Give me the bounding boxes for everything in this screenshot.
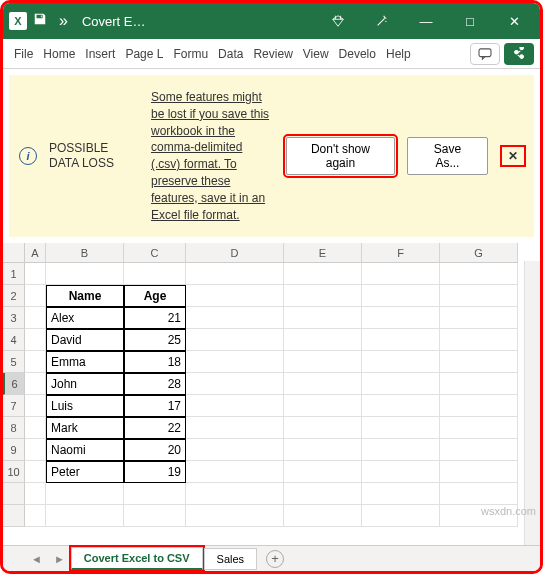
cell[interactable]: 19: [124, 461, 186, 483]
cell[interactable]: [440, 461, 518, 483]
cell[interactable]: [186, 329, 284, 351]
cell[interactable]: [362, 329, 440, 351]
cell[interactable]: 22: [124, 417, 186, 439]
message-bar-close-icon[interactable]: ✕: [502, 147, 524, 165]
cell[interactable]: [362, 285, 440, 307]
cell[interactable]: [284, 417, 362, 439]
cell[interactable]: [284, 263, 362, 285]
cell[interactable]: [362, 417, 440, 439]
cell[interactable]: [362, 439, 440, 461]
cell[interactable]: [25, 417, 46, 439]
cell[interactable]: [284, 307, 362, 329]
col-header[interactable]: D: [186, 243, 284, 263]
select-all-corner[interactable]: [3, 243, 25, 263]
wand-icon[interactable]: [360, 3, 404, 39]
cell[interactable]: [362, 351, 440, 373]
cell[interactable]: [362, 461, 440, 483]
cell[interactable]: [362, 395, 440, 417]
cell[interactable]: [284, 373, 362, 395]
cell[interactable]: Emma: [46, 351, 124, 373]
cell[interactable]: 17: [124, 395, 186, 417]
cell[interactable]: [440, 263, 518, 285]
col-header[interactable]: E: [284, 243, 362, 263]
cell[interactable]: [362, 505, 440, 527]
tab-page-layout[interactable]: Page L: [120, 39, 168, 69]
cell[interactable]: Mark: [46, 417, 124, 439]
row-header[interactable]: 9: [3, 439, 25, 461]
row-header[interactable]: [3, 483, 25, 505]
cell[interactable]: [440, 329, 518, 351]
diamond-icon[interactable]: [316, 3, 360, 39]
cell[interactable]: [440, 483, 518, 505]
share-button[interactable]: [504, 43, 534, 65]
tab-view[interactable]: View: [298, 39, 334, 69]
sheet-nav-next-icon[interactable]: ►: [48, 553, 71, 565]
col-header[interactable]: G: [440, 243, 518, 263]
table-header[interactable]: Age: [124, 285, 186, 307]
vertical-scrollbar[interactable]: [524, 261, 540, 545]
cell[interactable]: [186, 373, 284, 395]
cell[interactable]: [25, 461, 46, 483]
tab-file[interactable]: File: [9, 39, 38, 69]
tab-data[interactable]: Data: [213, 39, 248, 69]
cell[interactable]: John: [46, 373, 124, 395]
cell[interactable]: [284, 461, 362, 483]
cell[interactable]: [284, 329, 362, 351]
cell[interactable]: [25, 439, 46, 461]
close-window-button[interactable]: ✕: [492, 3, 536, 39]
cell[interactable]: [186, 417, 284, 439]
cell[interactable]: Luis: [46, 395, 124, 417]
cell[interactable]: [186, 461, 284, 483]
cell[interactable]: [25, 483, 46, 505]
row-header[interactable]: 1: [3, 263, 25, 285]
row-header[interactable]: 10: [3, 461, 25, 483]
minimize-button[interactable]: —: [404, 3, 448, 39]
table-header[interactable]: Name: [46, 285, 124, 307]
cell[interactable]: 18: [124, 351, 186, 373]
row-header[interactable]: [3, 505, 25, 527]
cell[interactable]: [186, 439, 284, 461]
tab-developer[interactable]: Develo: [334, 39, 381, 69]
dont-show-again-button[interactable]: Don't show again: [286, 137, 395, 175]
col-header[interactable]: F: [362, 243, 440, 263]
cell[interactable]: [25, 263, 46, 285]
sheet-tab[interactable]: Sales: [204, 548, 258, 570]
cell[interactable]: [440, 351, 518, 373]
cell[interactable]: [440, 395, 518, 417]
cell[interactable]: [186, 351, 284, 373]
cell[interactable]: David: [46, 329, 124, 351]
tab-review[interactable]: Review: [248, 39, 297, 69]
cell[interactable]: [440, 439, 518, 461]
cell[interactable]: [362, 373, 440, 395]
cell[interactable]: [25, 505, 46, 527]
cell[interactable]: [124, 483, 186, 505]
cell[interactable]: [46, 483, 124, 505]
save-icon[interactable]: [33, 12, 47, 30]
row-header[interactable]: 3: [3, 307, 25, 329]
cell[interactable]: 20: [124, 439, 186, 461]
cell[interactable]: [186, 307, 284, 329]
comments-button[interactable]: [470, 43, 500, 65]
cell[interactable]: 21: [124, 307, 186, 329]
cell[interactable]: [25, 373, 46, 395]
cell[interactable]: [284, 351, 362, 373]
save-as-button[interactable]: Save As...: [407, 137, 488, 175]
row-header[interactable]: 2: [3, 285, 25, 307]
sheet-nav-prev-icon[interactable]: ◄: [25, 553, 48, 565]
cell[interactable]: [284, 439, 362, 461]
cell[interactable]: [440, 285, 518, 307]
cell[interactable]: Alex: [46, 307, 124, 329]
tab-home[interactable]: Home: [38, 39, 80, 69]
cell[interactable]: [440, 307, 518, 329]
cell[interactable]: [362, 483, 440, 505]
cell[interactable]: [186, 263, 284, 285]
cell[interactable]: Naomi: [46, 439, 124, 461]
cell[interactable]: 28: [124, 373, 186, 395]
cell[interactable]: [46, 263, 124, 285]
col-header[interactable]: C: [124, 243, 186, 263]
maximize-button[interactable]: □: [448, 3, 492, 39]
col-header[interactable]: A: [25, 243, 46, 263]
sheet-tab-active[interactable]: Covert Excel to CSV: [71, 547, 203, 570]
row-header[interactable]: 4: [3, 329, 25, 351]
col-header[interactable]: B: [46, 243, 124, 263]
